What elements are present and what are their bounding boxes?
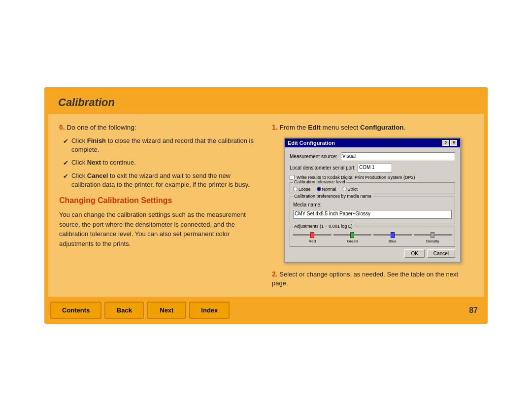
red-slider-col: Red: [293, 232, 332, 243]
density-slider-label: Density: [426, 239, 439, 243]
red-slider-thumb[interactable]: [310, 232, 314, 238]
blue-slider-col: Blue: [373, 232, 412, 243]
green-slider-thumb[interactable]: [350, 232, 354, 238]
green-slider[interactable]: [333, 232, 372, 238]
port-select[interactable]: COM 1: [358, 164, 392, 172]
page-number: 87: [469, 306, 482, 315]
calibration-tol-title: Calibration tolerance level: [293, 179, 346, 184]
subheading: Changing Calibration Settings: [59, 196, 260, 205]
adj-title: Adjustments (1 = 0.001 log E): [293, 224, 354, 229]
step6-intro: 6. Do one of the following:: [59, 123, 260, 133]
density-slider-thumb[interactable]: [431, 232, 434, 238]
blue-slider-thumb[interactable]: [391, 232, 395, 238]
media-select[interactable]: CMY Set 4x8.5 inch Paper+Glossy: [293, 210, 452, 219]
card-body: 6. Do one of the following: ✔ Click Fini…: [48, 114, 484, 297]
measurement-value: Visual: [342, 153, 356, 159]
density-slider[interactable]: [414, 232, 452, 238]
radio-normal-btn[interactable]: [317, 187, 321, 191]
index-button[interactable]: Index: [189, 302, 230, 319]
measurement-label: Measurement source:: [290, 154, 339, 159]
dialog-help-button[interactable]: ?: [442, 140, 449, 146]
bullet3-text: Click Cancel to exit the wizard and wait…: [71, 171, 260, 189]
radio-strict-label: Strict: [348, 187, 358, 192]
dialog-btn-row: OK Cancel: [290, 249, 455, 258]
radio-loose-btn[interactable]: [293, 187, 298, 191]
radio-row: Loose Normal Strict: [293, 187, 452, 192]
density-slider-col: Density: [414, 232, 452, 243]
port-row: Local densitometer serial port: COM 1: [290, 164, 455, 172]
right-column: 1. From the Edit menu select Configurati…: [272, 123, 473, 288]
step2-text: 2. Select or change options, as needed. …: [272, 270, 473, 288]
radio-loose-label: Loose: [299, 187, 311, 192]
dialog-title: Edit Configuration: [288, 140, 335, 146]
dialog-screenshot: Edit Configuration ? ✕ Measurement sourc…: [284, 137, 461, 263]
list-item: ✔ Click Next to continue.: [63, 158, 260, 168]
radio-normal-label: Normal: [322, 187, 336, 192]
nav-buttons: Contents Back Next Index: [50, 302, 230, 319]
media-group-title: Calibration preferences by media name: [293, 194, 372, 199]
checkmark-icon: ✔: [63, 172, 68, 181]
back-button[interactable]: Back: [104, 302, 144, 319]
port-label: Local densitometer serial port:: [290, 165, 356, 171]
sliders-row: Red Green: [293, 232, 452, 243]
page-title: Calibration: [58, 96, 474, 109]
left-column: 6. Do one of the following: ✔ Click Fini…: [59, 123, 260, 288]
bullet2-text: Click Next to continue.: [71, 158, 136, 167]
card-header: Calibration: [44, 87, 488, 114]
blue-slider[interactable]: [373, 232, 412, 238]
adjustments-group: Adjustments (1 = 0.001 log E) Red: [290, 227, 455, 247]
checkmark-icon: ✔: [63, 137, 68, 146]
dialog-body: Measurement source: Visual Local densito…: [285, 147, 460, 262]
card-footer: Contents Back Next Index 87: [44, 297, 488, 324]
list-item: ✔ Click Finish to close the wizard and r…: [63, 137, 260, 154]
calibration-tol-group: Calibration tolerance level Loose Normal: [290, 182, 455, 194]
media-value: CMY Set 4x8.5 inch Paper+Glossy: [295, 211, 370, 216]
list-item: ✔ Click Cancel to exit the wizard and wa…: [63, 171, 260, 189]
red-slider[interactable]: [293, 232, 332, 238]
main-card: Calibration 6. Do one of the following: …: [44, 87, 488, 324]
measurement-row: Measurement source: Visual: [290, 152, 455, 161]
checkmark-icon: ✔: [63, 159, 68, 168]
media-group: Calibration preferences by media name Me…: [290, 197, 455, 224]
bullet-list: ✔ Click Finish to close the wizard and r…: [63, 137, 260, 190]
blue-slider-label: Blue: [389, 239, 397, 243]
green-slider-col: Green: [333, 232, 372, 243]
media-name-row: Media name:: [293, 202, 452, 207]
radio-loose[interactable]: Loose: [293, 187, 311, 192]
step2-num: 2.: [272, 270, 278, 278]
port-value: COM 1: [359, 165, 375, 170]
measurement-select[interactable]: Visual: [341, 152, 455, 161]
media-name-label: Media name:: [293, 202, 342, 207]
media-select-row: CMY Set 4x8.5 inch Paper+Glossy: [293, 210, 452, 219]
dialog-cancel-button[interactable]: Cancel: [427, 249, 455, 258]
step6-num: 6.: [59, 123, 65, 131]
step1-text: 1. From the Edit menu select Configurati…: [272, 123, 473, 133]
radio-strict-btn[interactable]: [342, 187, 347, 191]
body-text: You can change the calibration settings …: [59, 210, 260, 248]
dialog-ok-button[interactable]: OK: [404, 249, 424, 258]
radio-strict[interactable]: Strict: [342, 187, 358, 192]
step1-num: 1.: [272, 123, 278, 131]
dialog-titlebar-buttons: ? ✕: [442, 140, 457, 146]
contents-button[interactable]: Contents: [50, 302, 101, 319]
dialog-titlebar: Edit Configuration ? ✕: [285, 138, 460, 147]
page: Calibration 6. Do one of the following: …: [0, 0, 532, 411]
green-slider-label: Green: [347, 239, 358, 243]
red-slider-label: Red: [308, 239, 316, 243]
dialog-close-button[interactable]: ✕: [450, 140, 457, 146]
radio-normal[interactable]: Normal: [317, 187, 336, 192]
next-button[interactable]: Next: [147, 302, 186, 319]
bullet1-text: Click Finish to close the wizard and rec…: [71, 137, 260, 154]
